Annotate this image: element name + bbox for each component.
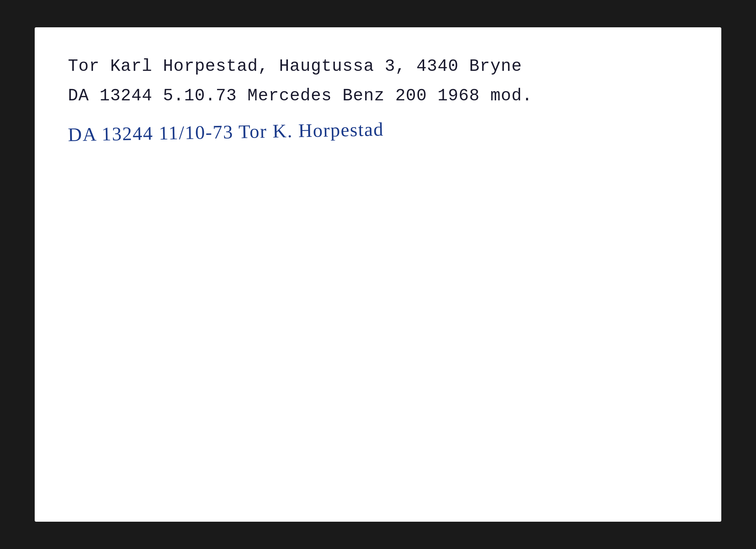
- handwritten-line: DA 13244 11/10-73 Tor K. Horpestad: [68, 118, 384, 146]
- typed-line-1: Tor Karl Horpestad, Haugtussa 3, 4340 Br…: [68, 57, 688, 76]
- typed-line-2: DA 13244 5.10.73 Mercedes Benz 200 1968 …: [68, 86, 688, 106]
- index-card: Tor Karl Horpestad, Haugtussa 3, 4340 Br…: [35, 27, 721, 522]
